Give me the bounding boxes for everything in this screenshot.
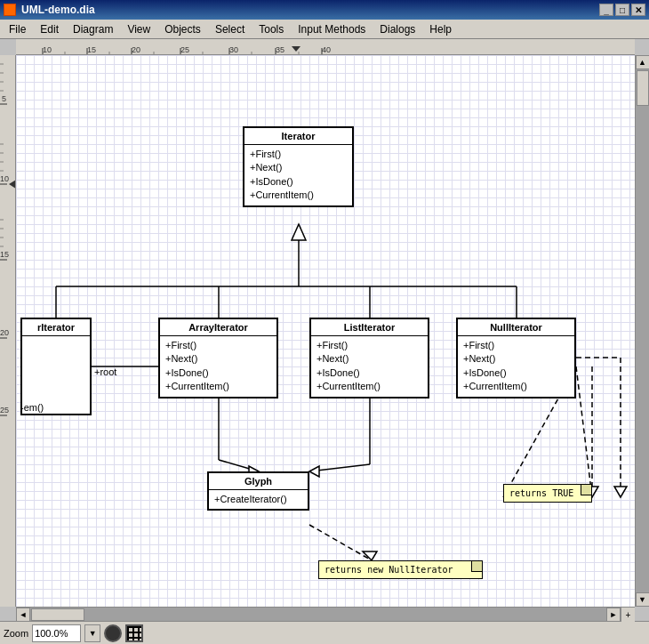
minimize-button[interactable]: _ — [599, 4, 613, 16]
svg-line-46 — [309, 525, 372, 560]
menu-objects[interactable]: Objects — [157, 21, 208, 37]
menu-diagram[interactable]: Diagram — [66, 21, 120, 37]
class-nulliterator-methods: +First() +Next() +IsDone() +CurrentItem(… — [458, 336, 574, 397]
window-title: UML-demo.dia — [21, 4, 95, 16]
svg-text:20: 20 — [0, 328, 9, 337]
ruler-v-svg: 5 10 15 20 25 — [0, 55, 16, 607]
horizontal-ruler: 10 15 20 25 30 35 40 — [16, 39, 635, 55]
scroll-right-button[interactable]: ► — [606, 608, 621, 622]
svg-line-43 — [219, 460, 259, 471]
note-text: returns new NullIterator — [324, 565, 453, 575]
note-corner-icon — [581, 485, 591, 495]
dashed-arrow-note2 — [363, 551, 377, 560]
svg-line-45 — [309, 464, 370, 471]
vertical-ruler: 5 10 15 20 25 — [0, 55, 16, 607]
menu-help[interactable]: Help — [422, 21, 459, 37]
ruler-v-marker — [9, 180, 16, 189]
class-glyph[interactable]: Glyph +CreateIterator() — [207, 471, 309, 511]
menu-tools[interactable]: Tools — [252, 21, 291, 37]
svg-text:15: 15 — [0, 250, 9, 259]
maximize-button[interactable]: □ — [615, 4, 629, 16]
class-glyph-methods: +CreateIterator() — [209, 490, 308, 509]
titlebar-icon — [4, 4, 16, 16]
svg-line-47 — [576, 366, 592, 497]
label-em: -em() — [20, 402, 44, 413]
close-button[interactable]: ✕ — [631, 4, 645, 16]
class-arrayiterator-methods: +First() +Next() +IsDone() +CurrentItem(… — [160, 336, 276, 397]
scroll-down-button[interactable]: ▼ — [636, 592, 650, 607]
canvas-area[interactable]: Iterator +First() +Next() +IsDone() +Cur… — [16, 55, 635, 607]
class-nulliterator[interactable]: NullIterator +First() +Next() +IsDone() … — [456, 318, 576, 398]
canvas-resize-button[interactable]: + — [621, 608, 635, 622]
svg-text:25: 25 — [0, 406, 9, 415]
scroll-h-thumb[interactable] — [31, 608, 84, 621]
class-riterator[interactable]: rIterator — [20, 318, 92, 415]
menu-input-methods[interactable]: Input Methods — [291, 21, 373, 37]
horizontal-scrollbar: ◄ ► + — [16, 607, 635, 621]
class-glyph-title: Glyph — [209, 473, 308, 490]
class-iterator-methods: +First() +Next() +IsDone() +CurrentItem(… — [244, 145, 352, 205]
scroll-v-track[interactable] — [636, 69, 649, 592]
label-root: +root — [94, 366, 116, 377]
statusbar: Zoom ▼ — [0, 621, 649, 644]
menu-edit[interactable]: Edit — [33, 21, 66, 37]
class-iterator-title: Iterator — [244, 128, 352, 145]
zoom-dropdown[interactable]: ▼ — [84, 624, 100, 642]
scroll-v-thumb[interactable] — [637, 70, 649, 106]
class-riterator-methods — [22, 336, 90, 342]
titlebar: UML-demo.dia _ □ ✕ — [0, 0, 649, 20]
class-listiterator-methods: +First() +Next() +IsDone() +CurrentItem(… — [311, 336, 428, 397]
class-listiterator-title: ListIterator — [311, 319, 428, 336]
menu-select[interactable]: Select — [208, 21, 252, 37]
grid-button[interactable] — [125, 624, 143, 642]
scroll-left-button[interactable]: ◄ — [16, 608, 30, 622]
note-corner-icon — [471, 561, 482, 572]
inheritance-arrow-head — [292, 224, 306, 240]
class-arrayiterator[interactable]: ArrayIterator +First() +Next() +IsDone()… — [158, 318, 278, 398]
ruler-marker — [292, 46, 300, 52]
scroll-h-track[interactable] — [30, 608, 606, 621]
note-returns-nulliterator[interactable]: returns new NullIterator — [318, 560, 483, 579]
menu-view[interactable]: View — [120, 21, 157, 37]
class-arrayiterator-title: ArrayIterator — [160, 319, 276, 336]
dot-button[interactable] — [104, 624, 122, 642]
note-text: returns TRUE — [509, 488, 573, 498]
svg-text:5: 5 — [2, 94, 6, 103]
note-returns-true[interactable]: returns TRUE — [503, 484, 592, 503]
zoom-input[interactable] — [32, 624, 81, 642]
diagram-canvas[interactable]: Iterator +First() +Next() +IsDone() +Cur… — [16, 55, 635, 607]
ruler-h-ticks-svg — [16, 48, 635, 55]
menu-file[interactable]: File — [2, 21, 33, 37]
scroll-up-button[interactable]: ▲ — [636, 55, 650, 69]
svg-text:10: 10 — [0, 174, 9, 183]
menu-dialogs[interactable]: Dialogs — [373, 21, 422, 37]
class-listiterator[interactable]: ListIterator +First() +Next() +IsDone() … — [309, 318, 429, 398]
arrow-to-glyph-2 — [309, 466, 319, 477]
null-note-arrow — [614, 487, 627, 497]
class-iterator[interactable]: Iterator +First() +Next() +IsDone() +Cur… — [243, 126, 354, 207]
class-riterator-title: rIterator — [22, 319, 90, 336]
class-nulliterator-title: NullIterator — [458, 319, 574, 336]
vertical-scrollbar: ▲ ▼ — [635, 55, 649, 607]
menubar: File Edit Diagram View Objects Select To… — [0, 20, 649, 39]
zoom-label: Zoom — [4, 628, 28, 639]
